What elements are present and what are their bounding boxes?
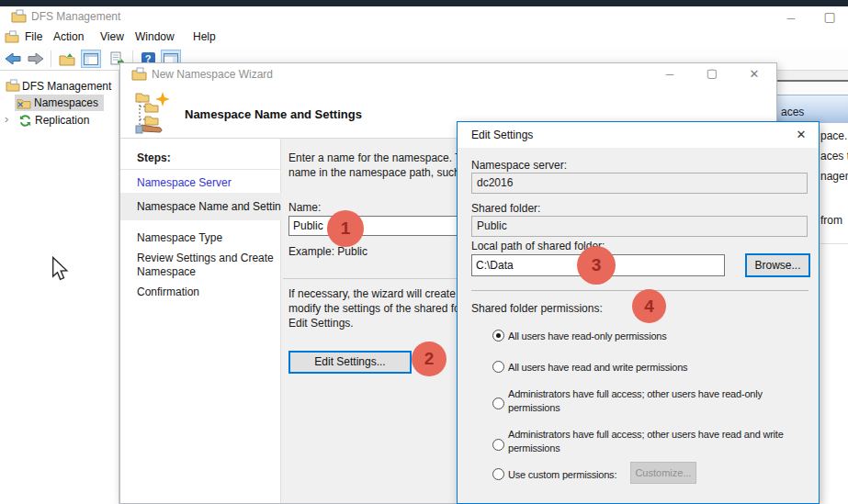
app-folder-icon	[11, 9, 27, 23]
annotation-circle-2: 2	[412, 342, 447, 376]
menu-bar: File Action View Window Help	[0, 28, 848, 48]
steps-heading: Steps:	[137, 151, 171, 164]
background-band	[777, 71, 848, 80]
radio-label[interactable]: All users have read-only permissions	[508, 330, 817, 343]
new-namespace-wizard-icon	[132, 90, 176, 136]
tree-item-label: DFS Management	[22, 80, 111, 93]
open-folder-icon[interactable]	[57, 50, 77, 68]
window-top-strip	[0, 0, 848, 6]
menu-help[interactable]: Help	[193, 30, 216, 43]
edit-settings-button[interactable]: Edit Settings...	[288, 351, 412, 374]
annotation-circle-1: 1	[327, 210, 364, 247]
annotation-circle-3: 3	[577, 246, 616, 285]
action-item-fragment[interactable]: from	[820, 214, 842, 227]
wizard-page-title: Namespace Name and Settings	[185, 107, 362, 121]
action-item-fragment[interactable]: nagen	[820, 170, 848, 183]
actions-pane-header-text: aces	[781, 106, 804, 118]
content-divider	[283, 278, 458, 279]
console-tree-toggle-icon[interactable]	[81, 50, 101, 68]
name-label: Name:	[288, 201, 321, 214]
menu-view[interactable]: View	[100, 30, 124, 43]
action-item-fragment[interactable]: pace...	[820, 129, 848, 142]
actions-pane-header: aces	[777, 95, 848, 123]
forward-icon[interactable]	[26, 50, 46, 68]
radio-label[interactable]: All users have read and write permission…	[508, 361, 817, 375]
customize-button: Customize...	[630, 462, 696, 484]
radio-read-only[interactable]	[492, 330, 504, 342]
wizard-steps-panel: Steps: Namespace Server Namespace Name a…	[120, 139, 281, 503]
close-icon[interactable]: ✕	[741, 65, 768, 84]
tree-item-label: Replication	[35, 114, 89, 127]
close-icon[interactable]: ✕	[791, 126, 811, 144]
back-icon[interactable]	[3, 50, 23, 68]
child-window-folder-icon	[5, 30, 19, 43]
namespace-server-field: dc2016	[471, 173, 808, 194]
radio-read-write[interactable]	[492, 361, 504, 373]
menu-file[interactable]: File	[25, 30, 42, 43]
window-title: DFS Management	[31, 10, 120, 23]
background-band	[777, 82, 848, 95]
shared-folder-label: Shared folder:	[471, 202, 540, 215]
step-review-settings: Review Settings and Create Namespace	[137, 252, 286, 279]
browse-button[interactable]: Browse...	[745, 253, 810, 277]
minimize-icon[interactable]: ─	[656, 65, 684, 84]
permissions-heading: Shared folder permissions:	[471, 302, 603, 315]
shared-folder-field: Public	[471, 216, 808, 237]
minimize-icon[interactable]: ─	[777, 9, 805, 28]
menu-action[interactable]: Action	[53, 30, 84, 43]
wizard-title: New Namespace Wizard	[152, 68, 273, 81]
screen: DFS Management ─ ▢ File Action View Wind…	[0, 0, 848, 504]
wizard-folder-icon	[131, 67, 147, 81]
step-namespace-name-and-settings: Namespace Name and Settings	[137, 200, 292, 213]
edit-settings-titlebar: Edit Settings ✕	[458, 122, 819, 148]
main-window-titlebar: DFS Management ─ ▢	[0, 6, 848, 28]
wizard-titlebar: New Namespace Wizard ─ ▢ ✕	[120, 63, 776, 85]
step-current-highlight: Namespace Name and Settings	[120, 193, 281, 220]
action-item-fragment[interactable]: aces t	[820, 150, 848, 162]
example-text: Example: Public	[288, 245, 367, 258]
menu-window[interactable]: Window	[135, 30, 175, 43]
console-tree-panel: DFS Management Namespaces › Replication	[0, 71, 119, 504]
actions-pane-divider	[820, 243, 848, 244]
replication-icon	[18, 114, 32, 128]
radio-label[interactable]: Administrators have full access; other u…	[508, 428, 817, 455]
edit-settings-title: Edit Settings	[471, 129, 533, 141]
mouse-cursor	[51, 256, 69, 281]
radio-custom-permissions[interactable]	[492, 468, 504, 480]
maximize-icon[interactable]: ▢	[816, 7, 843, 26]
namespaces-icon	[17, 96, 31, 109]
chevron-right-icon[interactable]: ›	[5, 112, 8, 126]
step-namespace-server[interactable]: Namespace Server	[137, 176, 232, 189]
annotation-circle-4: 4	[632, 289, 666, 323]
namespace-server-label: Namespace server:	[471, 159, 567, 172]
dfs-management-icon	[6, 79, 20, 92]
toolbar-separator	[51, 50, 51, 67]
radio-label[interactable]: Administrators have full access; other u…	[508, 387, 817, 415]
radio-admin-full-others-read-write[interactable]	[492, 439, 504, 451]
step-confirmation: Confirmation	[137, 286, 199, 298]
step-namespace-type: Namespace Type	[137, 231, 222, 244]
maximize-icon[interactable]: ▢	[698, 64, 726, 83]
radio-admin-full-others-read-only[interactable]	[492, 398, 504, 409]
steps-divider	[120, 169, 281, 170]
tree-item-label: Namespaces	[34, 96, 98, 109]
